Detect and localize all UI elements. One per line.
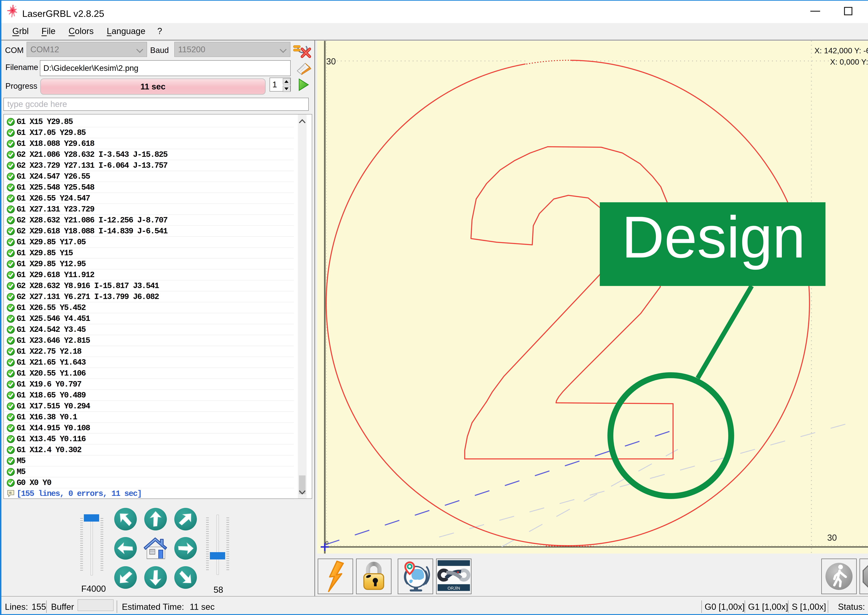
svg-text:X: 142,000 Y: -64,206: X: 142,000 Y: -64,206 — [814, 46, 868, 55]
svg-text:30: 30 — [326, 56, 336, 66]
svg-text:30: 30 — [827, 533, 837, 543]
svg-text:ORJİN: ORJİN — [447, 586, 460, 590]
svg-text:0: 0 — [326, 540, 329, 546]
svg-text:X: 0,000 Y: 0,006: X: 0,000 Y: 0,006 — [830, 58, 868, 66]
svg-text:Design: Design — [622, 204, 805, 270]
